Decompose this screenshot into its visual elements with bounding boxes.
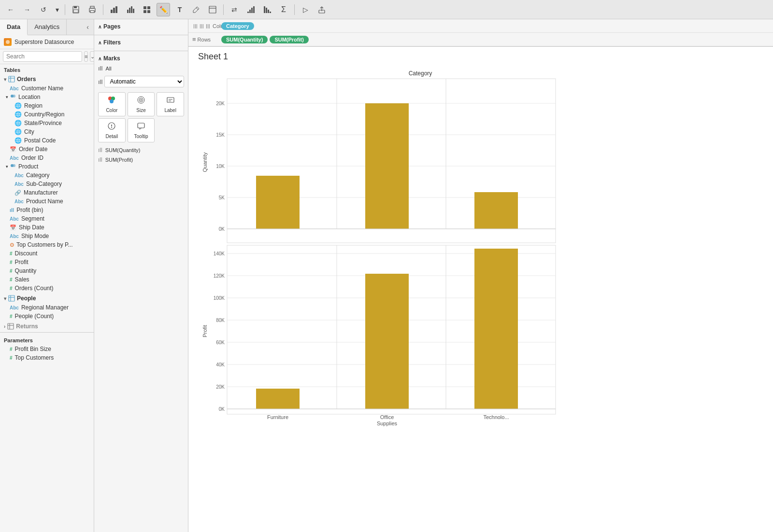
save-button[interactable] (69, 3, 83, 16)
sort-asc-button[interactable] (244, 3, 258, 16)
sum-button[interactable]: Σ (277, 3, 290, 16)
p-bar-furniture[interactable] (256, 389, 300, 409)
color-button[interactable]: Color (98, 92, 126, 116)
field-top-customers-param[interactable]: # Top Customers (0, 353, 94, 362)
show-me-button[interactable] (107, 3, 121, 16)
orders-group-header[interactable]: ▾ Orders (0, 74, 94, 84)
field-top-customers[interactable]: ⊙ Top Customers by P... (0, 240, 94, 249)
field-postal-code[interactable]: 🌐 Postal Code (0, 136, 94, 145)
x-label-furniture: Furniture (267, 414, 288, 420)
svg-rect-5 (90, 11, 94, 13)
forward-button[interactable]: → (20, 3, 34, 16)
link-icon: 🔗 (14, 190, 21, 196)
field-orders-count[interactable]: # Orders (Count) (0, 284, 94, 293)
main-area: Data Analytics ‹ Superstore Datasource ≡… (0, 19, 773, 532)
chart3-button[interactable] (140, 3, 154, 16)
field-country[interactable]: 🌐 Country/Region (0, 110, 94, 119)
field-profit-bin[interactable]: ıll Profit (bin) (0, 206, 94, 214)
bins-icon: ıll (10, 207, 14, 213)
returns-group-header[interactable]: › Returns (0, 322, 94, 331)
q-bar-office-supplies[interactable] (365, 103, 409, 229)
field-location-group[interactable]: ▾ Location (0, 93, 94, 101)
tab-data[interactable]: Data (0, 19, 28, 35)
field-profit-bin-size[interactable]: # Profit Bin Size (0, 345, 94, 353)
filters-header[interactable]: ∧ Filters (94, 38, 188, 48)
p-bar-technology[interactable] (474, 249, 518, 409)
field-order-date[interactable]: 📅 Order Date (0, 145, 94, 154)
brush-button[interactable] (189, 3, 203, 16)
field-profit[interactable]: # Profit (0, 258, 94, 266)
pages-header[interactable]: ∧ Pages (94, 22, 188, 32)
center-panel: ∧ Pages ∧ Filters ∧ Marks ıll All (94, 19, 188, 532)
refresh-button[interactable]: ↺ (37, 3, 50, 16)
globe-icon: 🌐 (14, 120, 22, 126)
pen-button[interactable]: ✏️ (157, 3, 170, 16)
q-tick-10k: 10K (216, 164, 225, 169)
field-product-group[interactable]: ▾ Product (0, 162, 94, 171)
field-category[interactable]: Abc Category (0, 171, 94, 180)
rows-shelf: ≡ Rows SUM(Quantity) SUM(Profit) (188, 33, 773, 46)
svg-rect-18 (209, 6, 216, 13)
separator-1 (65, 4, 65, 15)
sheet-title: Sheet 1 (198, 52, 763, 62)
marks-header[interactable]: ∧ Marks (94, 54, 188, 64)
field-product-name[interactable]: Abc Product Name (0, 197, 94, 206)
sum-profit-row-pill[interactable]: SUM(Profit) (270, 36, 309, 43)
q-bar-technology[interactable] (474, 192, 518, 229)
field-state[interactable]: 🌐 State/Province (0, 119, 94, 127)
label-button[interactable]: Label (157, 92, 184, 116)
marks-type-select[interactable]: Automatic Bar Line Area Circle Square Te… (104, 76, 184, 87)
tab-analytics[interactable]: Analytics (28, 19, 67, 35)
field-order-id[interactable]: Abc Order ID (0, 154, 94, 162)
p-bar-office-supplies[interactable] (365, 274, 409, 409)
sum-quantity-row-pill[interactable]: SUM(Quantity) (221, 36, 268, 43)
datasource-item[interactable]: Superstore Datasource (0, 35, 94, 49)
people-group-header[interactable]: ▾ People (0, 294, 94, 303)
q-bar-furniture[interactable] (256, 176, 300, 229)
field-regional-manager[interactable]: Abc Regional Manager (0, 303, 94, 312)
field-segment[interactable]: Abc Segment (0, 214, 94, 223)
back-button[interactable]: ← (4, 3, 17, 16)
search-sort-button[interactable]: ⌄ (90, 51, 94, 62)
size-button[interactable]: Size (128, 92, 155, 116)
field-manufacturer[interactable]: 🔗 Manufacturer (0, 188, 94, 197)
field-label: Category (26, 172, 50, 179)
field-city[interactable]: 🌐 City (0, 127, 94, 136)
p-tick-40k: 40K (216, 362, 225, 367)
q-tick-15k: 15K (216, 132, 225, 138)
field-people-count[interactable]: # People (Count) (0, 312, 94, 321)
refresh-dropdown-button[interactable]: ▾ (53, 3, 61, 16)
svg-rect-14 (147, 6, 150, 9)
sum-quantity-pill[interactable]: ıll SUM(Quantity) (94, 145, 188, 155)
detail-button[interactable]: Detail (98, 118, 126, 142)
sort-desc-button[interactable] (260, 3, 274, 16)
field-sub-category[interactable]: Abc Sub-Category (0, 180, 94, 188)
collapse-panel-button[interactable]: ‹ (82, 19, 94, 35)
present-button[interactable]: ▷ (299, 3, 312, 16)
field-ship-date[interactable]: 📅 Ship Date (0, 223, 94, 232)
field-label: Postal Code (24, 137, 56, 144)
sum-profit-pill[interactable]: ıll SUM(Profit) (94, 155, 188, 165)
datasource-icon (4, 38, 12, 46)
rows-label: ≡ Rows (192, 36, 221, 43)
size-label: Size (136, 108, 145, 113)
category-column-pill[interactable]: Category (221, 22, 254, 30)
layout-button[interactable] (206, 3, 219, 16)
field-discount[interactable]: # Discount (0, 249, 94, 258)
field-ship-mode[interactable]: Abc Ship Mode (0, 232, 94, 240)
date-icon: 📅 (10, 224, 16, 231)
field-sales[interactable]: # Sales (0, 275, 94, 284)
chart2-button[interactable] (124, 3, 137, 16)
field-quantity[interactable]: # Quantity (0, 266, 94, 275)
share-button[interactable] (315, 3, 329, 16)
viz-area: ⫼⫼⫼ Columns Category ≡ Rows SUM(Quantity… (188, 19, 773, 532)
T-button[interactable]: T (173, 3, 186, 16)
swap-button[interactable]: ⇄ (228, 3, 241, 16)
columns-label: ⫼⫼⫼ Columns (192, 22, 221, 29)
field-customer-name[interactable]: Abc Customer Name (0, 84, 94, 93)
tooltip-marks-button[interactable]: Tooltip (128, 118, 155, 142)
search-filter-button[interactable]: ≡ (84, 51, 88, 62)
field-region[interactable]: 🌐 Region (0, 101, 94, 110)
search-input[interactable] (3, 51, 82, 62)
print-button[interactable] (86, 3, 99, 16)
